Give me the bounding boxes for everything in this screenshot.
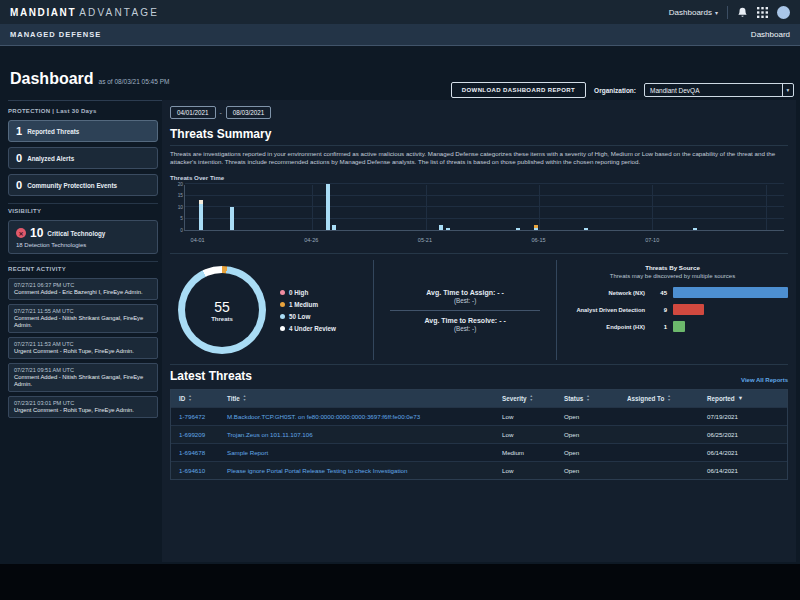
threats-summary-title: Threats Summary	[170, 127, 788, 141]
visibility-row: ✕ 10 Critical Technology	[16, 226, 150, 240]
visibility-card[interactable]: ✕ 10 Critical Technology 18 Detection Te…	[8, 220, 158, 254]
threat-id-link[interactable]: 1-694678	[171, 449, 219, 456]
table-header-cell[interactable]: Status ▲▼	[556, 395, 619, 402]
view-all-reports-link[interactable]: View All Reports	[741, 377, 788, 383]
donut-legend-item: 0 High	[280, 289, 336, 296]
threats-table-body: 1-796472 M.Backdoor.TCP.GH0ST. on fe80:0…	[171, 407, 787, 479]
source-bar-row: Network (NX) 45	[557, 286, 788, 299]
x-tick-label: 04-01	[191, 237, 205, 243]
activity-item[interactable]: 07/27/21 11:53 AM UTC Urgent Comment - R…	[8, 337, 158, 359]
brand-advantage: ADVANTAGE	[79, 7, 159, 18]
source-bar-row: Analyst Driven Detection 9	[557, 303, 788, 316]
activity-item[interactable]: 07/23/21 03:01 PM UTC Urgent Comment - R…	[8, 396, 158, 418]
source-chart-title: Threats By Source	[557, 264, 788, 271]
threat-id-link[interactable]: 1-694610	[171, 467, 219, 474]
avatar[interactable]	[777, 6, 790, 19]
gridline-y	[185, 218, 784, 219]
time-chart-bar	[199, 200, 203, 230]
date-from-input[interactable]: 04/01/2021	[170, 106, 216, 119]
dashboards-menu[interactable]: Dashboards ▾	[669, 8, 718, 17]
header-label: Status	[564, 395, 583, 402]
table-header-cell[interactable]: Assigned To ▲▼	[619, 395, 699, 402]
section-divider	[170, 364, 788, 365]
date-to-input[interactable]: 08/03/2021	[226, 106, 272, 119]
threat-id-link[interactable]: 1-699209	[171, 431, 219, 438]
donut-center: 55 Threats	[178, 266, 266, 354]
threat-id-link[interactable]: 1-796472	[171, 413, 219, 420]
download-report-button[interactable]: DOWNLOAD DASHBOARD REPORT	[451, 82, 586, 98]
table-row[interactable]: 1-699209 Trojan.Zeus on 101.11.107.106 L…	[171, 425, 787, 443]
activity-section-title: RECENT ACTIVITY	[8, 266, 158, 272]
activity-text: Comment Added - Nitish Shrikant Gangal, …	[14, 374, 152, 388]
time-chart-xaxis: 04-0104-2605-2106-1507-10	[184, 235, 784, 243]
header-label: ID	[179, 395, 185, 402]
donut-cell: 55 Threats 0 High 1 Medium 50 Low 4 Unde…	[170, 260, 373, 360]
notifications-icon[interactable]	[737, 7, 748, 18]
stat-label: Community Protection Events	[27, 182, 117, 189]
protection-stat-card[interactable]: 0 Community Protection Events	[8, 174, 158, 196]
activity-item[interactable]: 07/27/21 09:51 AM UTC Comment Added - Ni…	[8, 363, 158, 392]
table-row[interactable]: 1-694678 Sample Report Medium Open 06/14…	[171, 443, 787, 461]
donut-total-label: Threats	[211, 316, 233, 322]
legend-dot-icon	[280, 302, 285, 307]
table-header-cell[interactable]: ID ▲▼	[171, 395, 219, 402]
sort-icon: ▲▼	[667, 395, 671, 402]
legend-label: 4 Under Review	[289, 325, 336, 332]
time-chart-bar	[516, 228, 520, 230]
activity-item[interactable]: 07/27/21 11:55 AM UTC Comment Added - Ni…	[8, 304, 158, 333]
main-panel: 04/01/2021 - 08/03/2021 Threats Summary …	[162, 100, 796, 562]
gridline-x	[766, 185, 767, 230]
avg-times-cell: Avg. Time to Assign: - - (Best: -) Avg. …	[373, 260, 557, 360]
activity-text: Urgent Comment - Rohit Tupe, FireEye Adm…	[14, 348, 152, 355]
threat-reported: 06/25/2021	[699, 431, 787, 438]
chevron-down-icon: ▾	[715, 9, 718, 16]
as-of-timestamp: as of 08/03/21 05:45 PM	[99, 78, 170, 85]
activity-text: Urgent Comment - Rohit Tupe, FireEye Adm…	[14, 407, 152, 414]
time-chart-bar	[584, 228, 588, 230]
time-chart: 05101520 04-0104-2605-2106-1507-10	[170, 183, 788, 243]
table-row[interactable]: 1-796472 M.Backdoor.TCP.GH0ST. on fe80:0…	[171, 407, 787, 425]
threat-title-link[interactable]: Sample Report	[219, 449, 494, 456]
stat-label: Reported Threats	[27, 128, 79, 135]
threat-title-link[interactable]: Please ignore Portal Portal Release Test…	[219, 467, 494, 474]
organization-label: Organization:	[594, 87, 636, 94]
protection-stat-card[interactable]: 0 Analyzed Alerts	[8, 147, 158, 169]
threats-table-header: ID ▲▼ Title ▲▼ Severity ▲▼ Status ▲▼ Ass…	[171, 390, 787, 407]
threats-summary-description: Threats are investigations reported in y…	[170, 150, 788, 166]
organization-select[interactable]: Mandiant DevQA ▾	[644, 83, 794, 97]
section-divider	[170, 253, 788, 254]
stat-label: Analyzed Alerts	[27, 155, 74, 162]
time-chart-bar	[439, 225, 443, 230]
visibility-section-title: VISIBILITY	[8, 208, 158, 214]
legend-dot-icon	[280, 326, 285, 331]
source-bar	[673, 287, 788, 298]
screen: MANDIANT ADVANTAGE Dashboards ▾ MANAGED …	[0, 0, 800, 600]
table-row[interactable]: 1-694610 Please ignore Portal Portal Rel…	[171, 461, 787, 479]
activity-time: 07/27/21 11:55 AM UTC	[14, 308, 152, 314]
threat-title-link[interactable]: Trojan.Zeus on 101.11.107.106	[219, 431, 494, 438]
activity-item[interactable]: 07/27/21 06:37 PM UTC Comment Added - Er…	[8, 278, 158, 300]
header-label: Reported	[707, 395, 735, 402]
table-header-cell[interactable]: Title ▲▼	[219, 395, 494, 402]
activity-time: 07/27/21 06:37 PM UTC	[14, 282, 152, 288]
time-chart-bar	[446, 228, 450, 230]
threat-reported: 07/19/2021	[699, 413, 787, 420]
sort-icon: ▲▼	[188, 395, 192, 402]
table-header-cell[interactable]: Severity ▲▼	[494, 395, 556, 402]
donut-legend-item: 50 Low	[280, 313, 336, 320]
header-label: Assigned To	[627, 395, 664, 402]
legend-label: 1 Medium	[289, 301, 318, 308]
brand-mandiant: MANDIANT	[10, 7, 76, 18]
threat-reported: 06/14/2021	[699, 449, 787, 456]
page-head-actions: DOWNLOAD DASHBOARD REPORT Organization: …	[451, 82, 794, 98]
gridline-x	[539, 185, 540, 230]
critical-x-icon: ✕	[16, 228, 26, 238]
apps-grid-icon[interactable]	[757, 7, 768, 18]
source-label: Analyst Driven Detection	[557, 307, 645, 313]
gridline-y	[185, 195, 784, 196]
protection-stat-card[interactable]: 1 Reported Threats	[8, 120, 158, 142]
table-header-cell[interactable]: Reported ▼	[699, 395, 787, 402]
threat-title-link[interactable]: M.Backdoor.TCP.GH0ST. on fe80:0000:0000:…	[219, 413, 494, 420]
sort-icon: ▲▼	[586, 395, 590, 402]
activity-time: 07/27/21 09:51 AM UTC	[14, 367, 152, 373]
